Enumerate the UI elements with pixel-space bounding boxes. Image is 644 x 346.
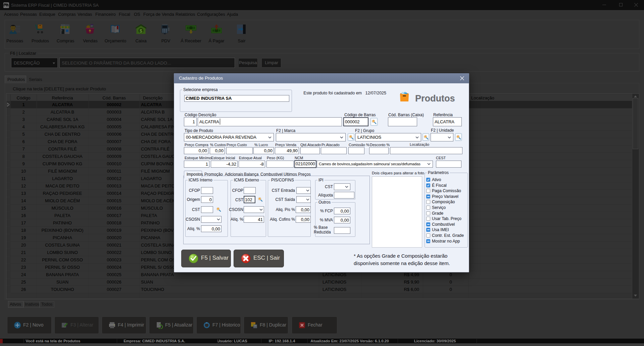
svg-text:$: $ [140, 28, 143, 34]
